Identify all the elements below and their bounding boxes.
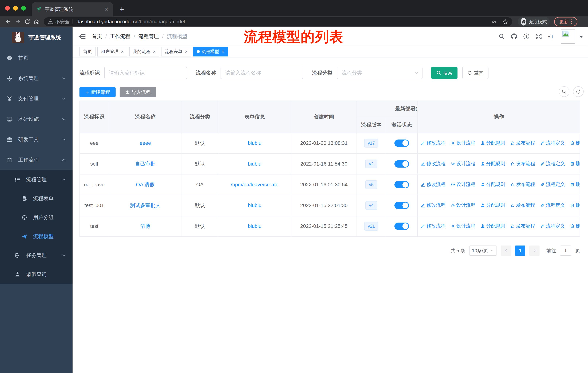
avatar[interactable] xyxy=(561,29,575,44)
tag-tenant-management[interactable]: 租户管理× xyxy=(97,47,127,56)
tag-home[interactable]: 首页 xyxy=(79,47,95,56)
action-delete[interactable]: 删除 xyxy=(570,223,580,229)
action-edit-process[interactable]: 修改流程 xyxy=(421,223,445,229)
toggle-search-button[interactable] xyxy=(559,86,569,97)
new-tab-button[interactable]: + xyxy=(120,5,124,14)
action-assign-rule[interactable]: 分配规则 xyxy=(481,202,505,208)
update-browser-button[interactable]: 更新 xyxy=(554,17,578,26)
action-publish-process[interactable]: 发布流程 xyxy=(510,140,535,146)
action-edit-process[interactable]: 修改流程 xyxy=(421,181,445,188)
process-id-input[interactable] xyxy=(104,67,187,79)
action-design-process[interactable]: 设计流程 xyxy=(451,140,475,146)
active-status-toggle[interactable] xyxy=(394,202,409,209)
page-number-1[interactable]: 1 xyxy=(515,245,525,256)
version-badge[interactable]: v4 xyxy=(365,201,377,210)
create-process-button[interactable]: 新建流程 xyxy=(79,87,116,97)
sidebar-item-dev-tools[interactable]: 研发工具 xyxy=(0,129,73,150)
form-info-link[interactable]: /bpm/oa/leave/create xyxy=(231,182,279,187)
action-process-definition[interactable]: 流程定义 xyxy=(540,140,565,146)
process-name-link[interactable]: eeee xyxy=(140,140,151,146)
sidebar-item-workflow[interactable]: 工作流程 xyxy=(0,150,73,170)
action-publish-process[interactable]: 发布流程 xyxy=(510,181,535,188)
github-icon[interactable] xyxy=(511,33,517,40)
sidebar-item-leave-query[interactable]: 请假查询 xyxy=(0,265,73,284)
breadcrumb-process-management[interactable]: 流程管理 xyxy=(138,33,159,40)
help-icon[interactable]: ? xyxy=(523,33,530,40)
not-secure-warning-icon[interactable] xyxy=(48,19,53,24)
next-page-button[interactable] xyxy=(529,245,539,256)
security-label[interactable]: 不安全 xyxy=(55,19,70,25)
form-info-link[interactable]: biubiu xyxy=(248,223,262,229)
sidebar-item-process-management[interactable]: 流程管理 xyxy=(0,170,73,189)
sidebar-item-system[interactable]: 系统管理 xyxy=(0,68,73,89)
action-delete[interactable]: 删除 xyxy=(570,140,580,146)
version-badge[interactable]: v21 xyxy=(364,222,378,231)
refresh-table-button[interactable] xyxy=(573,86,584,97)
active-status-toggle[interactable] xyxy=(394,181,409,188)
sidebar-item-process-model[interactable]: 流程模型 xyxy=(0,227,73,246)
fullscreen-icon[interactable] xyxy=(536,33,542,40)
tag-my-process[interactable]: 我的流程× xyxy=(129,47,159,56)
sidebar-item-home[interactable]: 首页 xyxy=(0,48,73,68)
action-edit-process[interactable]: 修改流程 xyxy=(421,140,445,146)
process-name-link[interactable]: 滔博 xyxy=(140,223,150,229)
action-delete[interactable]: 删除 xyxy=(570,161,580,167)
reset-button[interactable]: 重置 xyxy=(462,67,488,79)
version-badge[interactable]: v5 xyxy=(365,180,377,189)
action-assign-rule[interactable]: 分配规则 xyxy=(481,181,505,188)
action-design-process[interactable]: 设计流程 xyxy=(451,161,475,167)
browser-tab[interactable]: 芋道管理系统 ✕ xyxy=(32,2,113,16)
form-info-link[interactable]: biubiu xyxy=(248,202,262,208)
breadcrumb-workflow[interactable]: 工作流程 xyxy=(110,33,130,40)
reload-icon[interactable] xyxy=(23,19,32,25)
close-icon[interactable]: × xyxy=(185,49,188,54)
action-publish-process[interactable]: 发布流程 xyxy=(510,161,535,167)
version-badge[interactable]: v2 xyxy=(365,160,377,168)
close-window-button[interactable] xyxy=(5,6,10,10)
sidebar-toggle-hamburger-icon[interactable] xyxy=(78,32,86,40)
action-process-definition[interactable]: 流程定义 xyxy=(540,223,565,229)
action-publish-process[interactable]: 发布流程 xyxy=(510,202,535,208)
close-icon[interactable]: × xyxy=(153,49,156,54)
form-info-link[interactable]: biubiu xyxy=(248,140,262,146)
active-status-toggle[interactable] xyxy=(394,140,409,147)
action-assign-rule[interactable]: 分配规则 xyxy=(481,140,505,146)
sidebar-item-infrastructure[interactable]: 基础设施 xyxy=(0,109,73,129)
action-process-definition[interactable]: 流程定义 xyxy=(540,181,565,188)
action-delete[interactable]: 删除 xyxy=(570,202,580,208)
process-name-link[interactable]: 测试多审批人 xyxy=(130,202,161,208)
action-edit-process[interactable]: 修改流程 xyxy=(421,202,445,208)
version-badge[interactable]: v17 xyxy=(364,139,378,148)
url-bar[interactable]: 不安全 dashboard.yudao.iocoder.cn/bpm/manag… xyxy=(44,17,512,26)
breadcrumb-home[interactable]: 首页 xyxy=(92,33,102,40)
home-icon[interactable] xyxy=(32,19,42,25)
url-text[interactable]: dashboard.yudao.iocoder.cn/bpm/manager/m… xyxy=(77,19,185,25)
sidebar-item-payment[interactable]: 支付管理 xyxy=(0,89,73,109)
close-icon[interactable]: × xyxy=(222,49,224,54)
header-search-icon[interactable] xyxy=(498,33,505,40)
action-design-process[interactable]: 设计流程 xyxy=(451,223,475,229)
minimize-window-button[interactable] xyxy=(13,6,18,10)
process-name-link[interactable]: OA 请假 xyxy=(136,182,155,187)
action-publish-process[interactable]: 发布流程 xyxy=(510,223,535,229)
sidebar-item-user-group[interactable]: 用户分组 xyxy=(0,208,73,227)
bookmark-star-icon[interactable] xyxy=(502,19,508,25)
caret-down-icon[interactable] xyxy=(579,35,583,38)
prev-page-button[interactable] xyxy=(501,245,511,256)
tag-process-model[interactable]: 流程模型× xyxy=(193,47,228,56)
import-process-button[interactable]: 导入流程 xyxy=(120,87,156,97)
zoom-window-button[interactable] xyxy=(21,6,26,10)
form-info-link[interactable]: biubiu xyxy=(248,161,262,167)
action-edit-process[interactable]: 修改流程 xyxy=(421,161,445,167)
active-status-toggle[interactable] xyxy=(394,222,409,230)
action-assign-rule[interactable]: 分配规则 xyxy=(481,223,505,229)
action-design-process[interactable]: 设计流程 xyxy=(451,202,475,208)
font-size-icon[interactable]: тT xyxy=(548,33,555,40)
active-status-toggle[interactable] xyxy=(394,160,409,168)
action-assign-rule[interactable]: 分配规则 xyxy=(481,161,505,167)
sidebar-item-task-management[interactable]: 任务管理 xyxy=(0,246,73,265)
back-icon[interactable] xyxy=(4,19,13,25)
tab-close-icon[interactable]: ✕ xyxy=(105,7,109,12)
page-size-select[interactable]: 10条/页 xyxy=(469,245,497,256)
process-name-link[interactable]: 自己审批 xyxy=(135,161,156,167)
